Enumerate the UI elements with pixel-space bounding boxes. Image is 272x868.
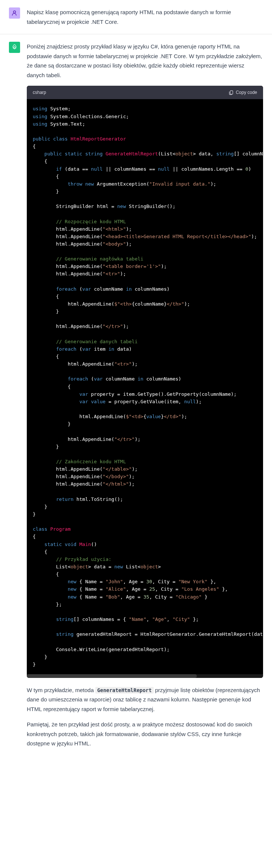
- assistant-message: Poniżej znajdziesz prosty przykład klasy…: [0, 34, 272, 756]
- code-block: csharp Copy code using System; using Sys…: [27, 86, 263, 678]
- person-icon: [11, 10, 18, 16]
- user-message: Napisz klasę pomocniczą generującą rapor…: [0, 0, 272, 34]
- assistant-intro-text: Poniżej znajdziesz prosty przykład klasy…: [27, 42, 263, 80]
- code-header: csharp Copy code: [27, 86, 263, 99]
- inline-code-method: GenerateHtmlReport: [95, 687, 153, 694]
- scrollbar-thumb[interactable]: [27, 674, 197, 678]
- user-content: Napisz klasę pomocniczą generującą rapor…: [27, 7, 263, 26]
- user-avatar: [9, 7, 20, 19]
- copy-code-button[interactable]: Copy code: [228, 89, 257, 96]
- svg-rect-2: [230, 91, 233, 94]
- assistant-avatar: [9, 42, 20, 53]
- clipboard-icon: [228, 90, 234, 95]
- assistant-outro-1: W tym przykładzie, metoda GenerateHtmlRe…: [27, 685, 263, 714]
- code-language-label: csharp: [33, 89, 46, 96]
- assistant-outro-2: Pamiętaj, że ten przykład jest dość pros…: [27, 720, 263, 748]
- horizontal-scrollbar[interactable]: [27, 674, 263, 678]
- svg-point-0: [13, 11, 16, 13]
- assistant-content: Poniżej znajdziesz prosty przykład klasy…: [27, 42, 263, 748]
- copy-code-label: Copy code: [236, 89, 257, 96]
- code-content[interactable]: using System; using System.Collections.G…: [27, 99, 263, 674]
- svg-point-1: [14, 47, 16, 48]
- user-text: Napisz klasę pomocniczą generującą rapor…: [27, 7, 263, 26]
- openai-icon: [11, 44, 18, 51]
- outro-1-pre: W tym przykładzie, metoda: [27, 687, 95, 693]
